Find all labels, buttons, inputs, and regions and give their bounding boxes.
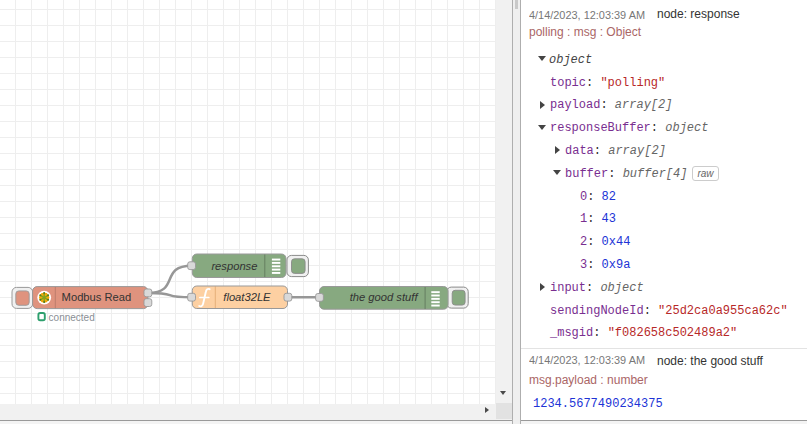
svg-text:response: response: [211, 260, 257, 272]
svg-text:connected: connected: [49, 312, 95, 323]
svg-text:the good stuff: the good stuff: [350, 291, 420, 303]
svg-text:Modbus Read: Modbus Read: [62, 291, 132, 303]
svg-text:float32LE: float32LE: [223, 291, 271, 303]
